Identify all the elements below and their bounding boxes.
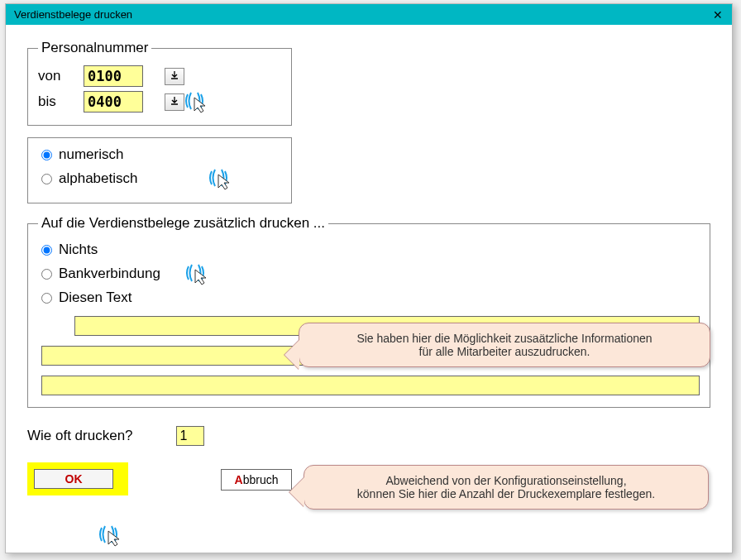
bis-picker-button[interactable] — [165, 93, 184, 111]
von-input[interactable] — [84, 65, 143, 87]
diesen-text-label: Diesen Text — [59, 290, 132, 306]
callout-additional-info: Sie haben hier die Möglichkeit zusaätzli… — [299, 323, 710, 367]
personalnummer-legend: Personalnummer — [38, 40, 151, 56]
callout-copies: Abweichend von der Konfigurationseinstel… — [304, 465, 709, 510]
window-title: Verdienstbelege drucken — [14, 8, 132, 21]
cursor-hint-icon — [208, 166, 238, 191]
abbruch-rest: bbruch — [243, 473, 279, 486]
ok-highlight: OK — [27, 462, 128, 495]
radio-nichts[interactable] — [41, 245, 52, 256]
radio-alphabetisch[interactable] — [41, 174, 52, 184]
von-picker-button[interactable] — [165, 68, 184, 85]
cursor-hint-icon — [185, 261, 215, 286]
bis-label: bis — [38, 93, 84, 110]
close-icon[interactable]: ✕ — [710, 7, 725, 22]
bankverbindung-label: Bankverbindung — [59, 266, 160, 282]
personalnummer-group: Personalnummer von bis — [27, 40, 292, 126]
text-line-3[interactable] — [41, 376, 700, 395]
bottom-row: Wie oft drucken? — [27, 426, 714, 446]
alphabetisch-label: alphabetisch — [59, 170, 137, 187]
how-often-label: Wie oft drucken? — [27, 428, 133, 444]
ok-button[interactable]: OK — [34, 469, 113, 489]
cursor-hint-icon — [184, 89, 214, 114]
copies-input[interactable] — [176, 426, 204, 446]
bis-input[interactable] — [84, 91, 143, 112]
radio-bankverbindung[interactable] — [41, 269, 52, 280]
dialog-content: Personalnummer von bis — [6, 25, 732, 553]
nichts-label: Nichts — [59, 242, 98, 258]
titlebar: Verdienstbelege drucken ✕ — [6, 4, 732, 25]
cursor-hint-icon — [98, 523, 128, 548]
numerisch-label: numerisch — [59, 146, 123, 163]
sort-group: numerisch alphabetisch — [27, 137, 292, 203]
von-label: von — [38, 68, 84, 84]
additional-legend: Auf die Verdienstbelege zusätzlich druck… — [38, 215, 328, 232]
radio-diesen-text[interactable] — [41, 293, 52, 304]
dialog-window: Verdienstbelege drucken ✕ Personalnummer… — [5, 3, 733, 553]
radio-numerisch[interactable] — [41, 150, 52, 160]
additional-print-group: Auf die Verdienstbelege zusätzlich druck… — [27, 215, 710, 408]
